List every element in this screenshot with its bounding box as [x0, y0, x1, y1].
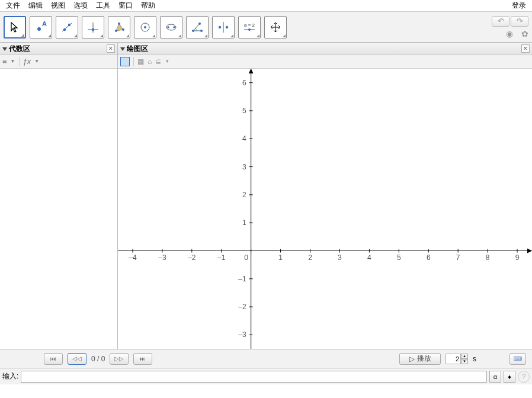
speed-down-button[interactable]: ▼: [461, 359, 468, 364]
play-button[interactable]: ▷ 播放: [399, 353, 441, 365]
tool-reflect[interactable]: [212, 16, 235, 38]
svg-text:2: 2: [242, 191, 246, 199]
svg-text:1: 1: [278, 253, 283, 262]
menu-help[interactable]: 帮助: [137, 0, 159, 11]
svg-text:–3: –3: [238, 330, 246, 339]
axes-toggle-icon[interactable]: [120, 57, 130, 66]
alpha-icon: α: [493, 373, 497, 380]
svg-text:a = 2: a = 2: [244, 23, 255, 28]
svg-point-7: [92, 28, 94, 30]
step-controls: ⏮ ◁◁ 0 / 0 ▷▷ ⏭: [44, 353, 152, 365]
fx-dropdown-icon[interactable]: ▼: [34, 59, 39, 64]
svg-point-21: [219, 25, 221, 28]
fx-icon[interactable]: ƒx: [23, 57, 31, 66]
keyboard-icon: ⌨: [514, 355, 522, 362]
speed-input[interactable]: [446, 354, 461, 364]
undo-icon: ↶: [498, 17, 504, 25]
undo-button[interactable]: ↶: [492, 16, 509, 27]
svg-text:–2: –2: [188, 253, 196, 262]
tool-polygon[interactable]: [108, 16, 130, 38]
svg-point-10: [118, 23, 120, 25]
grid-icon[interactable]: ▦: [137, 57, 144, 66]
svg-text:6: 6: [242, 79, 246, 87]
tool-circle[interactable]: [134, 16, 156, 38]
graphics-panel: 绘图区 ✕ ▦ ⌂ ⊆ ▼ –4–3–2–10123456789–3–2–112…: [118, 43, 532, 349]
undo-redo-group: ↶ ↷: [492, 16, 528, 27]
menubar: 文件 编辑 视图 选项 工具 窗口 帮助 登录: [0, 0, 532, 12]
snap-dropdown-icon[interactable]: ▼: [165, 59, 169, 64]
point-icon: A: [34, 21, 47, 34]
graphics-header[interactable]: 绘图区 ✕: [118, 43, 532, 54]
coordinate-plane: –4–3–2–10123456789–3–2–1123456: [118, 69, 532, 349]
tool-perpendicular[interactable]: [82, 16, 104, 38]
svg-text:–4: –4: [129, 253, 137, 262]
redo-icon: ↷: [517, 17, 523, 25]
forward-icon: ▷▷: [114, 355, 124, 362]
tool-point[interactable]: A: [30, 16, 52, 38]
alpha-button[interactable]: α: [489, 371, 501, 383]
slider-icon: a = 2: [242, 21, 257, 34]
svg-text:–2: –2: [238, 303, 246, 311]
svg-point-3: [63, 28, 66, 30]
perpendicular-icon: [86, 21, 100, 34]
sort-icon[interactable]: ≡: [2, 57, 7, 66]
tool-move[interactable]: [4, 16, 26, 38]
algebra-close-button[interactable]: ✕: [107, 44, 115, 53]
skip-end-icon: ⏭: [140, 355, 146, 362]
menu-tools[interactable]: 工具: [92, 0, 114, 11]
svg-point-19: [198, 23, 201, 25]
graphics-close-button[interactable]: ✕: [521, 44, 530, 53]
algebra-header[interactable]: 代数区 ✕: [0, 43, 117, 54]
svg-text:8: 8: [486, 253, 490, 262]
home-icon[interactable]: ⌂: [148, 57, 152, 66]
svg-point-18: [200, 30, 203, 32]
svg-point-16: [173, 26, 175, 28]
command-input[interactable]: [21, 371, 487, 383]
speed-spinner: ▲ ▼: [446, 354, 468, 364]
sort-dropdown-icon[interactable]: ▼: [11, 59, 15, 64]
svg-text:3: 3: [242, 163, 246, 171]
updown-icon: ♦: [508, 373, 511, 380]
small-icons: ◉ ✿: [506, 29, 528, 38]
menu-options[interactable]: 选项: [70, 0, 91, 11]
menu-file[interactable]: 文件: [2, 0, 24, 11]
input-label: 输入:: [2, 371, 18, 381]
tool-slider[interactable]: a = 2: [238, 16, 261, 38]
input-help-button[interactable]: ?: [518, 371, 530, 383]
step-counter: 0 / 0: [91, 355, 105, 363]
svg-text:–3: –3: [158, 253, 166, 262]
first-step-button[interactable]: ⏮: [44, 353, 63, 365]
tool-conic[interactable]: [160, 16, 182, 38]
angle-icon: [191, 21, 204, 34]
last-step-button[interactable]: ⏭: [133, 353, 152, 365]
redo-button[interactable]: ↷: [511, 16, 528, 27]
prev-step-button[interactable]: ◁◁: [68, 353, 86, 365]
preferences-icon[interactable]: ◉: [506, 29, 513, 38]
svg-text:–1: –1: [238, 275, 246, 283]
svg-point-25: [248, 28, 251, 31]
tool-angle[interactable]: [186, 16, 209, 38]
svg-text:6: 6: [427, 253, 431, 262]
menu-view[interactable]: 视图: [47, 0, 69, 11]
menu-left: 文件 编辑 视图 选项 工具 窗口 帮助: [2, 0, 159, 11]
tool-line[interactable]: [56, 16, 78, 38]
svg-text:5: 5: [242, 107, 246, 115]
tool-group: A a = 2: [4, 16, 287, 38]
next-step-button[interactable]: ▷▷: [110, 353, 129, 365]
input-bar: 输入: α ♦ ?: [0, 368, 532, 384]
algebra-title: 代数区: [2, 44, 30, 54]
speed-up-button[interactable]: ▲: [461, 354, 468, 359]
menu-edit[interactable]: 编辑: [25, 0, 46, 11]
snap-icon[interactable]: ⊆: [155, 57, 161, 66]
skip-start-icon: ⏮: [50, 355, 56, 362]
line-icon: [60, 21, 73, 34]
tool-move-view[interactable]: [264, 16, 287, 38]
circle-icon: [139, 21, 152, 34]
login-link[interactable]: 登录: [508, 0, 530, 11]
graphics-canvas[interactable]: –4–3–2–10123456789–3–2–1123456: [118, 69, 532, 349]
settings-gear-icon[interactable]: ✿: [521, 29, 528, 38]
menu-window[interactable]: 窗口: [115, 0, 136, 11]
close-icon: ✕: [108, 46, 113, 52]
input-history-button[interactable]: ♦: [504, 371, 515, 383]
virtual-keyboard-button[interactable]: ⌨: [509, 353, 526, 365]
